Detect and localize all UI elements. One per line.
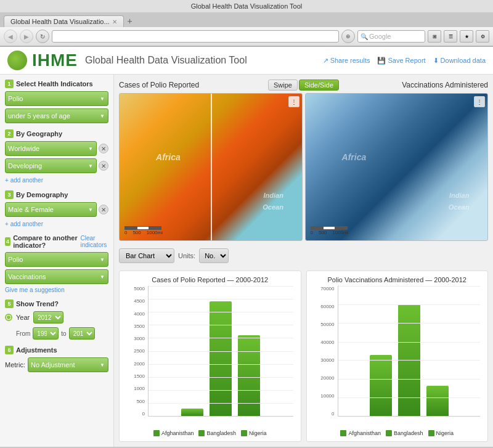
y-label-3500: 3500 [124, 324, 147, 329]
from-select[interactable]: 1990 [33, 327, 59, 340]
bar-afghanistan-left [181, 409, 203, 416]
address-bar[interactable] [52, 30, 339, 43]
geo-add-link[interactable]: add another [5, 177, 43, 184]
download-button[interactable]: ⬇ Download data [433, 57, 486, 65]
scale-1000: 1000mi [147, 230, 163, 235]
suggestion-link[interactable]: Give me a suggestion [5, 287, 108, 293]
demo1-remove-button[interactable]: ✕ [99, 205, 108, 214]
tab-label: Global Health Data Visualizatio... [10, 18, 110, 25]
y-label-1500: 1500 [124, 373, 147, 379]
left-y-axis: 5000 4500 4000 3500 3000 2500 2000 1500 … [124, 286, 147, 417]
demo1-select[interactable]: Male & Female [5, 202, 97, 217]
legend-dot-nigeria-left [241, 430, 247, 436]
left-map[interactable]: Africa Indian Ocean ⋮ 0 [119, 93, 303, 241]
y-label-50000: 50000 [312, 322, 336, 327]
download-label: Download data [441, 57, 486, 64]
zoom-button[interactable]: ⊞ [428, 30, 441, 43]
year-label: Year [16, 314, 30, 321]
content-area: Cases of Polio Reported Swipe Side/Side … [114, 75, 493, 447]
demo1-wrapper: Male & Female [5, 202, 97, 217]
bar-bangladesh-left [210, 301, 232, 416]
section1-header: 1 Select Health Indicators [5, 79, 108, 88]
legend-nigeria-right: Nigeria [428, 430, 454, 436]
sidebar-section-geography: 2 By Geography Worldwide ✕ Developing [5, 129, 108, 184]
share-label: Share results [330, 57, 370, 64]
stop-button[interactable]: ⊕ [341, 30, 355, 43]
left-map-more-button[interactable]: ⋮ [288, 96, 299, 107]
back-button[interactable]: ◀ [4, 30, 17, 43]
geo2-remove-button[interactable]: ✕ [99, 161, 108, 171]
legend-afghanistan-right: Afghanisthan [340, 430, 381, 436]
new-tab-button[interactable]: + [124, 15, 136, 27]
geo1-wrapper: Worldwide [5, 141, 97, 156]
units-label: Units: [178, 252, 195, 259]
demo-add-link[interactable]: add another [5, 221, 43, 227]
right-bars [338, 286, 481, 417]
year-select[interactable]: 2012 [33, 311, 63, 324]
section1-num: 1 [5, 79, 14, 88]
units-select[interactable]: No. [199, 248, 229, 263]
ocean-label-right: Ocean [449, 203, 470, 211]
demo1-row: Male & Female ✕ [5, 202, 108, 217]
sidebyside-button[interactable]: Side/Side [299, 79, 339, 91]
compare1-select[interactable]: Polio [5, 252, 108, 267]
left-chart-title: Cases of Polio Reported — 2000-2012 [124, 276, 296, 283]
search-icon: 🔍 [361, 33, 368, 40]
browser-tab[interactable]: Global Health Data Visualizatio... ✕ [4, 15, 124, 27]
from-row: From 1990 to 2012 [5, 327, 108, 340]
swipe-button[interactable]: Swipe [268, 79, 298, 91]
geo2-select[interactable]: Developing [5, 158, 97, 173]
maps-container: Africa Indian Ocean ⋮ 0 [119, 93, 488, 241]
metric-select[interactable]: No Adjustment [28, 357, 108, 372]
y-label-2500: 2500 [124, 348, 147, 354]
geo1-remove-button[interactable]: ✕ [99, 144, 108, 153]
forward-button[interactable]: ▶ [20, 30, 33, 43]
right-chart-area: 70000 60000 50000 40000 30000 20000 1000… [312, 286, 483, 428]
legend-label-afghanistan-right: Afghanisthan [348, 430, 381, 436]
bar-nigeria-right [426, 386, 449, 416]
refresh-button[interactable]: ↻ [36, 30, 49, 43]
share-icon: ↗ [323, 57, 328, 65]
gl2 [149, 299, 293, 299]
geo2-row: Developing ✕ [5, 158, 108, 173]
indicator1-select[interactable]: Polio [5, 91, 108, 106]
right-map-more-button[interactable]: ⋮ [474, 96, 485, 107]
scale-0: 0 [124, 230, 127, 235]
legend-dot-afghanistan-left [153, 430, 160, 436]
gl1 [149, 286, 293, 287]
left-chart-panel: Cases of Polio Reported — 2000-2012 5000… [119, 271, 301, 442]
sidebar-section-demography: 3 By Demography Male & Female ✕ add anot… [5, 190, 108, 228]
header-actions: ↗ Share results 💾 Save Report ⬇ Download… [323, 57, 486, 65]
menu-button[interactable]: ☰ [444, 30, 457, 43]
section2-title: By Geography [16, 130, 62, 137]
indicator2-wrapper: under 5 years of age [5, 108, 108, 123]
tab-close-icon[interactable]: ✕ [112, 18, 117, 25]
indian-label-right: Indian [449, 192, 469, 199]
logo-text: IHME [32, 51, 78, 70]
ocean-label-left: Ocean [263, 203, 283, 211]
save-report-button[interactable]: 💾 Save Report [377, 57, 425, 65]
legend-label-bangladesh-left: Bangladesh [206, 430, 236, 436]
bookmark-button[interactable]: ★ [460, 30, 473, 43]
africa-label-left: Africa [156, 152, 181, 162]
right-map[interactable]: Africa Indian Ocean ⋮ 0 [305, 93, 489, 241]
section2-header: 2 By Geography [5, 129, 108, 138]
trend-year-row: Year 2012 [5, 311, 108, 324]
y-label-4000: 4000 [124, 311, 147, 317]
geo1-select[interactable]: Worldwide [5, 141, 97, 156]
left-chart-area: 5000 4500 4000 3500 3000 2500 2000 1500 … [124, 286, 296, 428]
settings-button[interactable]: ⚙ [476, 30, 489, 43]
right-chart-title: Polio Vaccinations Administered — 2000-2… [312, 276, 483, 283]
year-radio[interactable] [5, 314, 12, 321]
clear-indicators-link[interactable]: Clear indicators [80, 235, 108, 248]
legend-nigeria-left: Nigeria [241, 430, 267, 436]
compare2-select[interactable]: Vaccinations [5, 269, 108, 284]
sidebar-section-adjustments: 6 Adjustments Metric: No Adjustment [5, 346, 108, 372]
chart-type-select[interactable]: Bar Chart [119, 248, 174, 263]
to-select[interactable]: 2012 [69, 327, 95, 340]
section4-num: 4 [5, 237, 10, 246]
legend-label-afghanistan-left: Afghanisthan [161, 430, 194, 436]
share-button[interactable]: ↗ Share results [323, 57, 370, 65]
indicator2-select[interactable]: under 5 years of age [5, 108, 108, 123]
y-label-0-right: 0 [312, 411, 336, 417]
